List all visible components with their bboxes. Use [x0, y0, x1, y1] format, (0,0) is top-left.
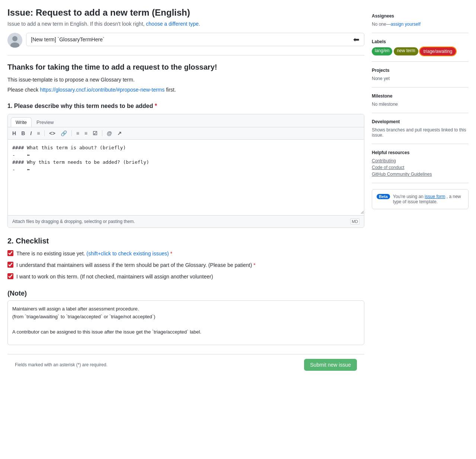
- intro-para1: This issue-template is to propose a new …: [7, 76, 364, 84]
- toolbar-link[interactable]: 🔗: [59, 130, 68, 137]
- main-content: Issue: Request to add a new term (Englis…: [7, 7, 364, 375]
- submit-button[interactable]: Submit new issue: [304, 359, 357, 371]
- divider: [7, 55, 364, 55]
- checklist-checkbox-2[interactable]: [7, 262, 13, 268]
- issue-form-link[interactable]: issue form: [425, 194, 445, 199]
- label-badges: lang/en new term triage/awaiting: [372, 47, 469, 55]
- describe-heading: 1. Please describe why this term needs t…: [7, 103, 364, 109]
- comment-box: [New term] `GlossaryTermHere` ⬅: [7, 33, 364, 48]
- checklist-checkbox-1[interactable]: [7, 250, 13, 256]
- projects-label: Projects: [372, 68, 469, 73]
- editor-tabs: Write Preview: [8, 114, 364, 127]
- describe-section: 1. Please describe why this term needs t…: [7, 103, 364, 228]
- helpful-links: Contributing Code of conduct GitHub Comm…: [372, 158, 469, 177]
- title-input-field[interactable]: [New term] `GlossaryTermHere` ⬅: [26, 33, 364, 46]
- svg-point-1: [12, 36, 17, 41]
- editor-textarea[interactable]: #### What this term is about? (briefly) …: [8, 140, 364, 214]
- checklist-title: 2. Checklist: [7, 237, 364, 245]
- page-title: Issue: Request to add a new term (Englis…: [7, 7, 364, 18]
- milestone-value: No milestone: [372, 102, 469, 107]
- toolbar-unordered-list[interactable]: ≡: [75, 130, 81, 137]
- note-box: Maintainers will assign a label after as…: [7, 300, 364, 345]
- toolbar-ordered-list[interactable]: ≡: [83, 130, 89, 137]
- avatar: [7, 33, 22, 48]
- toolbar-mention[interactable]: @: [105, 130, 114, 137]
- toolbar-divider3: [102, 130, 102, 136]
- assign-yourself-link[interactable]: assign yourself: [391, 22, 421, 27]
- labels-label: Labels: [372, 39, 469, 44]
- issue-form-note: Beta You're using an issue form , a new …: [372, 189, 469, 209]
- intro-section: Thanks for taking the time to add a requ…: [7, 63, 364, 94]
- development-text: Shows branches and pull requests linked …: [372, 127, 469, 138]
- checklist-item-1: There is no existing issue yet. (shift+c…: [7, 250, 364, 258]
- badge-triage-awaiting[interactable]: triage/awaiting: [420, 47, 456, 55]
- sidebar-assignees: Assignees No one—assign yourself: [372, 7, 469, 33]
- tab-preview[interactable]: Preview: [32, 117, 58, 127]
- toolbar-quote[interactable]: ≡: [35, 130, 41, 137]
- development-label: Development: [372, 119, 469, 124]
- editor-container: Write Preview H B I ≡ <> 🔗 ≡ ≡ ☑ @: [7, 114, 364, 228]
- projects-value: None yet: [372, 76, 469, 81]
- note-section: (Note) Maintainers will assign a label a…: [7, 290, 364, 345]
- editor-toolbar: H B I ≡ <> 🔗 ≡ ≡ ☑ @ ↗: [8, 127, 364, 140]
- beta-badge: Beta: [377, 194, 390, 199]
- sidebar-projects: Projects None yet: [372, 62, 469, 87]
- issue-form-text: You're using an issue form , a new type …: [393, 194, 464, 204]
- checklist-label-1: There is no existing issue yet. (shift+c…: [16, 250, 172, 258]
- toolbar-reference[interactable]: ↗: [116, 130, 123, 137]
- checklist-item-3: I want to work on this term. (If not che…: [7, 273, 364, 281]
- footer-note: Fields marked with an asterisk (*) are r…: [15, 362, 108, 367]
- checklist-label-3: I want to work on this term. (If not che…: [16, 273, 213, 281]
- community-guidelines-link[interactable]: GitHub Community Guidelines: [372, 172, 469, 177]
- markdown-icon: MD: [350, 219, 360, 224]
- note-line2: (from `triage/awaiting` to `triage/accep…: [12, 313, 360, 321]
- assignees-label: Assignees: [372, 13, 469, 19]
- attach-files-text: Attach files by dragging & dropping, sel…: [12, 219, 135, 224]
- toolbar-heading[interactable]: H: [11, 130, 17, 137]
- contributing-link[interactable]: Contributing: [372, 158, 469, 163]
- footer-bar: Fields marked with an asterisk (*) are r…: [7, 354, 364, 375]
- subtitle: Issue to add a new term in English. If t…: [7, 21, 364, 27]
- arrow-indicator: ⬅: [353, 35, 360, 44]
- checklist-section: 2. Checklist There is no existing issue …: [7, 237, 364, 281]
- title-input-wrapper: [New term] `GlossaryTermHere` ⬅: [26, 33, 364, 48]
- check-existing-issues-link[interactable]: (shift+click to check existing issues): [86, 251, 169, 256]
- sidebar-helpful: Helpful resources Contributing Code of c…: [372, 144, 469, 183]
- note-title: (Note): [7, 290, 364, 297]
- sidebar-development: Development Shows branches and pull requ…: [372, 113, 469, 144]
- toolbar-code[interactable]: <>: [48, 130, 57, 137]
- choose-different-type-link[interactable]: choose a different type.: [146, 21, 200, 27]
- badge-new-term[interactable]: new term: [394, 47, 418, 55]
- code-of-conduct-link[interactable]: Code of conduct: [372, 165, 469, 170]
- editor-footer: Attach files by dragging & dropping, sel…: [8, 215, 364, 227]
- note-line1: Maintainers will assign a label after as…: [12, 305, 360, 313]
- note-line4: A contributor can be assigned to this is…: [12, 328, 360, 336]
- toolbar-divider1: [44, 130, 45, 136]
- milestone-label: Milestone: [372, 93, 469, 99]
- intro-para2: Please check https://glossary.cncf.io/co…: [7, 86, 364, 94]
- sidebar-milestone: Milestone No milestone: [372, 87, 469, 113]
- toolbar-italic[interactable]: I: [29, 130, 33, 137]
- checklist-label-2: I understand that maintainers will asses…: [16, 261, 256, 269]
- checklist-checkbox-3[interactable]: [7, 273, 13, 279]
- toolbar-divider2: [71, 130, 72, 136]
- checklist-item-2: I understand that maintainers will asses…: [7, 261, 364, 269]
- toolbar-task-list[interactable]: ☑: [91, 130, 99, 137]
- assignees-value: No one—assign yourself: [372, 22, 469, 27]
- glossary-link[interactable]: https://glossary.cncf.io/contribute/#pro…: [40, 87, 164, 93]
- intro-heading: Thanks for taking the time to add a requ…: [7, 63, 364, 71]
- sidebar-labels: Labels lang/en new term triage/awaiting: [372, 33, 469, 62]
- badge-lang-en[interactable]: lang/en: [372, 47, 392, 55]
- sidebar: Assignees No one—assign yourself Labels …: [372, 7, 469, 375]
- tab-write[interactable]: Write: [11, 117, 32, 127]
- avatar-image: [7, 33, 22, 48]
- helpful-label: Helpful resources: [372, 150, 469, 155]
- toolbar-bold[interactable]: B: [20, 130, 26, 137]
- editor-area: #### What this term is about? (briefly) …: [8, 140, 364, 215]
